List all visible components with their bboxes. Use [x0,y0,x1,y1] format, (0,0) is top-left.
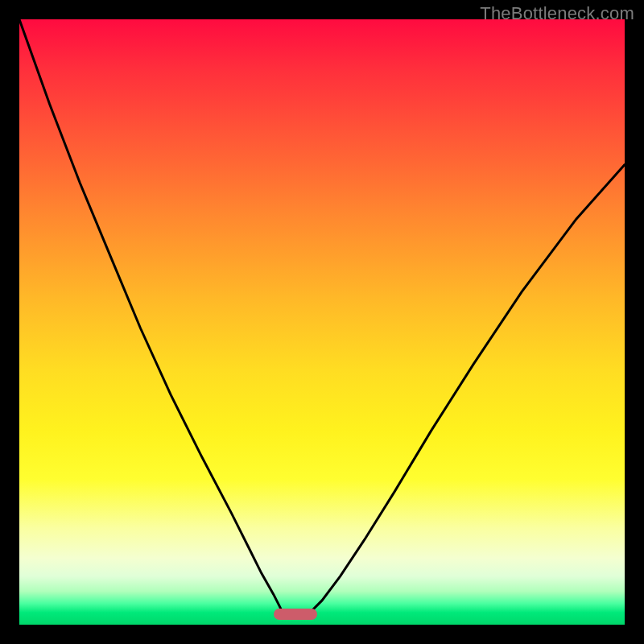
curve-left-branch [19,19,283,613]
optimum-marker [274,609,317,620]
chart-frame [19,19,625,625]
bottleneck-curve [19,19,625,625]
curve-right-branch [310,165,625,613]
